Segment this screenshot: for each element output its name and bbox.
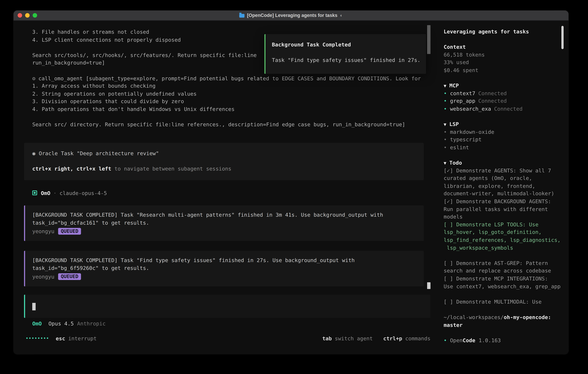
- hint-keys: ctrl+x right, ctrl+x left: [32, 166, 111, 172]
- prompt-input[interactable]: [24, 295, 430, 318]
- minimize-button[interactable]: [25, 13, 30, 18]
- status-bar-left: •••••••• esc interrupt: [25, 335, 97, 341]
- message-text: [BACKGROUND TASK COMPLETED] Task "Resear…: [32, 211, 416, 227]
- bullet-icon: •: [444, 97, 450, 105]
- window-title-text: [OpenCode] Leveraging agents for tasks: [247, 13, 337, 18]
- todo-item-line: lsp_hover, lsp_goto_definition,: [444, 229, 568, 236]
- mcp-item: •grep_appConnected: [444, 97, 568, 105]
- lsp-section-header[interactable]: ▼LSP: [444, 120, 568, 128]
- lsp-heading: LSP: [449, 121, 459, 127]
- status-bar-right: tab switch agent ctrl+p commands: [322, 335, 430, 341]
- message-background-task-1: [BACKGROUND TASK COMPLETED] Task "Resear…: [24, 205, 424, 241]
- session-state-icon: ◐: [340, 13, 343, 18]
- bullet-icon: •: [444, 128, 450, 136]
- sidebar: Leveraging agents for tasks Context 66,5…: [438, 21, 568, 354]
- session-title: Leveraging agents for tasks: [444, 28, 568, 35]
- model-bar-provider: Anthropic: [77, 320, 106, 326]
- lsp-item: •eslint: [444, 144, 568, 151]
- agent-model: claude-opus-4-5: [60, 190, 107, 196]
- window-title: [OpenCode] Leveraging agents for tasks ◐: [239, 13, 343, 18]
- gear-icon: ⚙: [32, 75, 35, 81]
- mcp-item: •context7Connected: [444, 90, 568, 97]
- agent-name: OmO: [41, 190, 51, 196]
- separator-dot: ·: [53, 190, 57, 196]
- message-author: yeongyu: [32, 228, 54, 234]
- todo-item-line: [ ] Demonstrate MULTIMODAL: Use: [444, 298, 568, 306]
- message-meta: yeongyu QUEUED: [32, 228, 416, 235]
- oracle-task-title: Oracle Task "Deep architecture review": [39, 150, 159, 156]
- main-scrollbar-upper-thumb[interactable]: [427, 25, 430, 54]
- todo-heading: Todo: [449, 160, 462, 166]
- todo-section-header[interactable]: ▼Todo: [444, 159, 568, 166]
- context-heading: Context: [444, 43, 568, 51]
- app-window: [OpenCode] Leveraging agents for tasks ◐…: [13, 10, 568, 354]
- main-scrollbar-thumb[interactable]: [427, 282, 430, 289]
- todo-item-line: models: [444, 213, 568, 221]
- todo-item-line: lsp_find_references, lsp_diagnostics,: [444, 236, 568, 244]
- todo-item-line: curated agents (OmO, oracle,: [444, 174, 568, 182]
- tool-call-line: ⚙call_omo_agent [subagent_type=explore, …: [32, 74, 434, 82]
- bullet-icon: •: [444, 337, 450, 344]
- zoom-button[interactable]: [32, 13, 37, 18]
- agent-header: OmO · claude-opus-4-5: [32, 189, 107, 197]
- mcp-heading: MCP: [449, 83, 459, 89]
- sidebar-scrollbar-thumb[interactable]: [561, 26, 564, 49]
- lsp-item: •typescript: [444, 136, 568, 144]
- chevron-down-icon: ▼: [444, 122, 446, 127]
- terminal-main: 3. File handles or streams not closed 4.…: [13, 21, 438, 354]
- context-spent: $0.46 spent: [444, 66, 568, 74]
- bullet-icon: •: [444, 90, 450, 97]
- tab-key-hint: tab: [322, 335, 332, 341]
- oracle-task-panel: ◉Oracle Task "Deep architecture review" …: [24, 143, 424, 180]
- toast-body: Task "Find type safety issues" finished …: [272, 56, 421, 64]
- cmd-key-label: commands: [405, 335, 430, 341]
- tool-call-text: call_omo_agent [subagent_type=explore, p…: [39, 75, 421, 81]
- mcp-section-header[interactable]: ▼MCP: [444, 82, 568, 89]
- titlebar[interactable]: [OpenCode] Leveraging agents for tasks ◐: [13, 10, 568, 21]
- close-button[interactable]: [18, 13, 22, 18]
- toast-title: Background Task Completed: [272, 41, 421, 49]
- todo-item-line: search and replace across codebase: [444, 267, 568, 275]
- esc-key-label: interrupt: [68, 335, 97, 341]
- model-bar-model: Opus 4.5: [48, 320, 74, 326]
- message-author: yeongyu: [32, 274, 54, 280]
- context-tokens: 66,518 tokens: [444, 51, 568, 59]
- bullet-icon: •: [444, 105, 450, 113]
- todo-item-line: [✓] Demonstrate AGENTS: Show all 7: [444, 167, 568, 174]
- bullet-icon: •: [444, 144, 450, 151]
- esc-key-hint: esc: [56, 335, 65, 341]
- record-icon: ◉: [32, 150, 35, 156]
- oracle-task-title-line: ◉Oracle Task "Deep architecture review": [32, 150, 424, 157]
- todo-item-line: [ ] Demonstrate AST-GREP: Pattern: [444, 259, 568, 267]
- chevron-down-icon: ▼: [444, 161, 446, 166]
- todo-item-line: lsp_workspace_symbols: [444, 244, 568, 251]
- traffic-lights: [18, 13, 37, 18]
- hint-text: to navigate between subagent sessions: [111, 166, 231, 172]
- log-line: 2. String operations on potentially unde…: [32, 90, 434, 97]
- todo-item-line: Run parallel tasks with different: [444, 205, 568, 213]
- log-line: 4. Path operations that don't handle Win…: [32, 105, 434, 113]
- oracle-navigation-hint: ctrl+x right, ctrl+x left to navigate be…: [32, 165, 424, 173]
- log-line: 1. Array access without bounds checking: [32, 82, 434, 90]
- bullet-icon: •: [444, 136, 450, 144]
- todo-item-line: [ ] Demonstrate MCP INTEGRATIONS:: [444, 275, 568, 282]
- log-line: 3. Division operations that could divide…: [32, 98, 434, 105]
- todo-item-line: Use context7, websearch_exa, grep_app: [444, 282, 568, 290]
- message-text: [BACKGROUND TASK COMPLETED] Task "Find t…: [32, 256, 416, 272]
- agent-square-icon: [32, 190, 37, 195]
- status-badge: QUEUED: [58, 228, 81, 235]
- lsp-item: •markdown-oxide: [444, 128, 568, 136]
- context-used: 33% used: [444, 59, 568, 66]
- background-task-toast: Background Task Completed Task "Find typ…: [264, 34, 426, 74]
- chevron-down-icon: ▼: [444, 83, 446, 89]
- window-content: 3. File handles or streams not closed 4.…: [13, 21, 568, 354]
- folder-icon: [239, 14, 244, 18]
- message-background-task-2: [BACKGROUND TASK COMPLETED] Task "Find t…: [24, 251, 424, 286]
- cmd-key-hint: ctrl+p: [383, 335, 402, 341]
- status-badge: QUEUED: [58, 273, 81, 280]
- model-bar: OmO Opus 4.5 Anthropic: [32, 319, 106, 327]
- todo-item-line: [✓] Demonstrate BACKGROUND AGENTS:: [444, 197, 568, 205]
- workspace-path: ~/local-workspaces/oh-my-opencode:: [444, 313, 568, 321]
- status-bar: •••••••• esc interrupt tab switch agent …: [25, 334, 430, 342]
- spinner-dots: ••••••••: [25, 335, 49, 341]
